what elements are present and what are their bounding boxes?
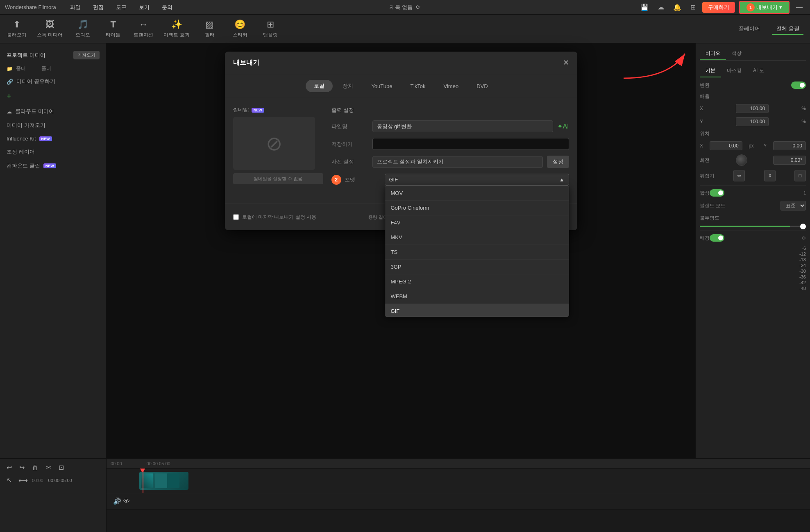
preset-input[interactable] — [372, 156, 543, 168]
track-audio-eye[interactable]: 👁 — [121, 497, 132, 506]
track-clip[interactable] — [139, 472, 188, 490]
footer-checkbox[interactable] — [233, 214, 239, 220]
format-option-ts[interactable]: TS — [385, 245, 569, 260]
format-option-mpeg2[interactable]: MPEG-2 — [385, 274, 569, 289]
pos-x-input[interactable] — [710, 141, 742, 150]
format-option-mkv[interactable]: MKV — [385, 230, 569, 245]
all-audio-tab[interactable]: 전체 음질 — [772, 23, 803, 35]
dialog-tab-device[interactable]: 장치 — [334, 80, 361, 92]
import-btn[interactable]: 가져오기 — [73, 51, 100, 59]
rp-tab-video[interactable]: 비디오 — [700, 48, 726, 60]
player-tab[interactable]: 플레이어 — [735, 23, 764, 35]
menu-edit[interactable]: 편집 — [91, 3, 106, 12]
cursor-tool[interactable]: ↖ — [4, 475, 14, 485]
delete-btn[interactable]: 🗑 — [29, 463, 41, 472]
ai-icon[interactable]: ✦AI — [557, 122, 569, 130]
blend-mode-dropdown[interactable]: 표준 — [781, 201, 806, 211]
dialog-tab-youtube[interactable]: YouTube — [363, 80, 400, 92]
rp-sub-tab-masking[interactable]: 마스킹 — [721, 65, 747, 77]
minimize-btn[interactable]: — — [794, 3, 805, 12]
main-layout: 프로젝트 미디어 가져오기 📁 폴더 폴더 🔗 미디어 공유하기 + ☁ 클라우… — [0, 43, 810, 458]
menu-tools[interactable]: 도구 — [113, 3, 129, 12]
format-selected-text: GIF — [389, 177, 398, 183]
toolbar-stock[interactable]: 🖼 스톡 미디어 — [37, 19, 63, 38]
dialog-tab-local[interactable]: 로컬 — [306, 80, 333, 92]
flip-reset-btn[interactable]: □ — [794, 170, 806, 181]
cut-btn[interactable]: ✂ — [43, 463, 54, 472]
format-option-gopro[interactable]: GoPro Cineform — [385, 201, 569, 215]
export-button-top[interactable]: 1 내보내기 ▾ — [739, 1, 790, 14]
menu-file[interactable]: 파일 — [68, 3, 83, 12]
toolbar-transition[interactable]: ↔ 트랜지션 — [133, 19, 154, 38]
redo-btn[interactable]: ↪ — [17, 463, 27, 472]
scale-x-input[interactable] — [736, 104, 769, 113]
format-dropdown-selected[interactable]: GIF ▲ — [385, 174, 569, 186]
preset-btn[interactable]: 설정 — [547, 156, 569, 168]
notification-icon[interactable]: 🔔 — [671, 2, 684, 12]
dialog-tab-tiktok[interactable]: TikTok — [402, 80, 433, 92]
playhead — [143, 469, 143, 493]
save-input[interactable] — [372, 138, 569, 150]
opacity-slider-thumb[interactable] — [800, 224, 806, 229]
toolbar-filter[interactable]: ▨ 필터 — [200, 19, 220, 38]
transform-toggle[interactable] — [791, 81, 806, 89]
menu-view[interactable]: 보기 — [136, 3, 152, 12]
right-panel: 비디오 색상 기본 마스킹 AI 도 변환 배율 X % Y % 위치 — [695, 43, 810, 458]
pos-y-label: Y — [763, 143, 767, 149]
effects-icon: ✨ — [171, 19, 182, 30]
rotation-input[interactable] — [773, 156, 806, 165]
format-option-mov[interactable]: MOV — [385, 186, 569, 201]
sync-icon: ⟳ — [416, 4, 420, 10]
filename-input[interactable] — [372, 120, 554, 132]
toolbar-import[interactable]: ⬆ 불러오기 — [7, 19, 27, 38]
flip-label: 뒤집기 — [700, 172, 715, 179]
format-option-3gp[interactable]: 3GP — [385, 260, 569, 274]
template-icon: ⊞ — [267, 19, 274, 30]
sidebar-compound-clip[interactable]: 컴파운드 클립 NEW — [0, 159, 106, 173]
app-title: Wondershare Filmora — [5, 4, 56, 10]
import-icon: ⬆ — [13, 19, 20, 30]
opacity-slider-track[interactable] — [700, 226, 806, 227]
dialog-close-btn[interactable]: ✕ — [563, 58, 569, 67]
rp-tab-color[interactable]: 색상 — [726, 48, 747, 60]
export-btn-label: 내보내기 — [756, 4, 778, 11]
cloud-icon[interactable]: ☁ — [655, 2, 667, 12]
timeline-ruler-mid: 00:00:05:00 — [147, 461, 170, 466]
sidebar-import-media[interactable]: 미디어 가져오기 — [0, 118, 106, 132]
grid-icon[interactable]: ⊞ — [688, 2, 698, 12]
sidebar-adjust-layer[interactable]: 조정 레이어 — [0, 145, 106, 159]
toolbar-audio[interactable]: 🎵 오디오 — [73, 19, 93, 38]
sidebar-add[interactable]: + — [0, 88, 106, 104]
dialog-tab-dvd[interactable]: DVD — [468, 80, 496, 92]
bg-toggle[interactable] — [710, 234, 724, 242]
toolbar-template[interactable]: ⊞ 탬플릿 — [260, 19, 281, 38]
folder-row: 📁 폴더 폴더 — [0, 63, 106, 75]
rotation-wheel[interactable] — [736, 154, 747, 166]
format-option-gif[interactable]: GIF — [385, 304, 569, 317]
rp-sub-tab-ai[interactable]: AI 도 — [747, 65, 770, 77]
format-dropdown-list: MOV GoPro Cineform F4V MKV TS 3GP MPEG-2… — [385, 186, 569, 317]
sidebar-cloud[interactable]: ☁ 클라우드 미디어 — [0, 104, 106, 118]
scale-y-input[interactable] — [736, 117, 769, 126]
toolbar-title[interactable]: T 타이틀 — [103, 19, 123, 38]
rp-sub-tab-basic[interactable]: 기본 — [700, 65, 721, 77]
buy-button[interactable]: 구매하기 — [702, 2, 735, 13]
crop-btn[interactable]: ⊡ — [56, 463, 66, 472]
flip-v-btn[interactable]: ⇕ — [764, 170, 776, 181]
sidebar-influence-kit[interactable]: Influence Kit NEW — [0, 132, 106, 145]
thumbnail-preview: ⊘ — [233, 117, 315, 170]
format-option-f4v[interactable]: F4V — [385, 215, 569, 230]
toolbar-sticker[interactable]: 😊 스티커 — [230, 19, 250, 38]
add-icon: + — [7, 92, 11, 101]
save-icon[interactable]: 💾 — [638, 2, 651, 12]
ripple-tool[interactable]: ⟷ — [16, 475, 30, 485]
undo-btn[interactable]: ↩ — [4, 463, 14, 472]
pos-y-input[interactable] — [773, 141, 806, 150]
composite-toggle[interactable] — [710, 189, 724, 197]
toolbar-effects[interactable]: ✨ 이펙트 효과 — [163, 19, 189, 38]
menu-help[interactable]: 문의 — [159, 3, 175, 12]
dialog-tab-vimeo[interactable]: Vimeo — [436, 80, 467, 92]
flip-h-btn[interactable]: ⇔ — [733, 170, 745, 181]
format-option-webm[interactable]: WEBM — [385, 289, 569, 304]
sidebar-share-media[interactable]: 🔗 미디어 공유하기 — [0, 75, 106, 88]
